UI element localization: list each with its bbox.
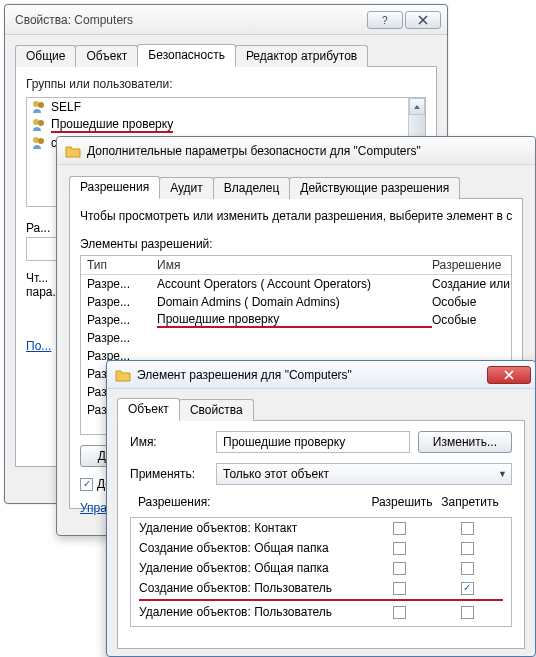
users-icon xyxy=(31,135,47,151)
change-button[interactable]: Изменить... xyxy=(418,431,512,453)
perm-row: Удаление объектов: Пользователь xyxy=(131,602,511,622)
tab-security[interactable]: Безопасность xyxy=(137,44,236,67)
close-button[interactable] xyxy=(405,11,441,29)
deny-checkbox[interactable] xyxy=(461,626,474,628)
svg-point-1 xyxy=(33,101,39,107)
allow-checkbox[interactable] xyxy=(393,522,406,535)
deny-checkbox[interactable] xyxy=(461,562,474,575)
tab-owner[interactable]: Владелец xyxy=(213,177,291,199)
users-icon xyxy=(31,99,47,115)
window-title: Свойства: Computers xyxy=(15,13,365,27)
deny-checkbox[interactable] xyxy=(461,582,474,595)
deny-checkbox[interactable] xyxy=(461,522,474,535)
col-name: Имя xyxy=(157,258,432,272)
list-item-label: SELF xyxy=(51,100,81,114)
tab-body: Имя: Прошедшие проверку Изменить... Прим… xyxy=(117,421,525,649)
allow-checkbox[interactable] xyxy=(393,582,406,595)
include-inheritable-checkbox[interactable] xyxy=(80,478,93,491)
col-allow: Разрешить xyxy=(368,495,436,509)
elements-label: Элементы разрешений: xyxy=(80,237,512,251)
list-header: Тип Имя Разрешение xyxy=(81,256,511,275)
apply-combo[interactable]: Только этот объект ▼ xyxy=(216,463,512,485)
tab-object[interactable]: Объект xyxy=(117,398,180,421)
chevron-down-icon: ▼ xyxy=(498,469,507,479)
col-permission: Разрешение xyxy=(432,258,512,272)
svg-text:?: ? xyxy=(382,15,388,25)
list-row[interactable]: Разре... xyxy=(81,329,511,347)
titlebar[interactable]: Дополнительные параметры безопасности дл… xyxy=(57,137,535,165)
svg-point-2 xyxy=(38,102,44,108)
users-icon xyxy=(31,117,47,133)
list-item[interactable]: SELF xyxy=(27,98,425,116)
tab-effective[interactable]: Действующие разрешения xyxy=(289,177,460,199)
perm-row: Удаление объектов: Общая папка xyxy=(131,558,511,578)
tab-general[interactable]: Общие xyxy=(15,45,76,67)
tab-row: Общие Объект Безопасность Редактор атриб… xyxy=(15,43,437,67)
help-button[interactable]: ? xyxy=(367,11,403,29)
allow-checkbox[interactable] xyxy=(393,562,406,575)
col-deny: Запретить xyxy=(436,495,504,509)
list-row[interactable]: Разре... Domain Admins ( Domain Admins) … xyxy=(81,293,511,311)
apply-label: Применять: xyxy=(130,467,216,481)
perm-row: Создание объектов: Принтер xyxy=(131,622,511,627)
tab-audit[interactable]: Аудит xyxy=(159,177,214,199)
perm-row: Создание объектов: Пользователь xyxy=(131,578,511,598)
deny-checkbox[interactable] xyxy=(461,606,474,619)
allow-checkbox[interactable] xyxy=(393,626,406,628)
name-label: Имя: xyxy=(130,435,216,449)
list-item-label: Прошедшие проверку xyxy=(51,117,173,133)
list-item[interactable]: Прошедшие проверку xyxy=(27,116,425,134)
tab-row: Объект Свойства xyxy=(117,397,525,421)
col-type: Тип xyxy=(87,258,157,272)
svg-point-4 xyxy=(38,120,44,126)
perm-row: Удаление объектов: Контакт xyxy=(131,518,511,538)
tab-attribute-editor[interactable]: Редактор атрибутов xyxy=(235,45,368,67)
groups-label: Группы или пользователи: xyxy=(26,77,426,91)
name-field: Прошедшие проверку xyxy=(216,431,410,453)
allow-checkbox[interactable] xyxy=(393,542,406,555)
svg-point-3 xyxy=(33,119,39,125)
scroll-up-button[interactable] xyxy=(409,98,425,115)
list-row[interactable]: Разре... Account Operators ( Account Ope… xyxy=(81,275,511,293)
perm-row: Создание объектов: Общая папка xyxy=(131,538,511,558)
window-title: Дополнительные параметры безопасности дл… xyxy=(87,144,421,158)
permissions-list[interactable]: Удаление объектов: Контакт Создание объе… xyxy=(130,517,512,627)
permission-entry-window: Элемент разрешения для "Computers" Объек… xyxy=(106,360,536,657)
titlebar[interactable]: Свойства: Computers ? xyxy=(5,5,447,35)
svg-point-5 xyxy=(33,137,39,143)
permissions-label: Разрешения: xyxy=(138,495,368,509)
folder-icon xyxy=(115,367,131,383)
close-button[interactable] xyxy=(487,366,531,384)
list-row[interactable]: Разре... Прошедшие проверку Особые xyxy=(81,311,511,329)
folder-icon xyxy=(65,143,81,159)
svg-point-6 xyxy=(38,138,44,144)
window-title: Элемент разрешения для "Computers" xyxy=(137,368,487,382)
highlight-rule xyxy=(139,599,503,601)
deny-checkbox[interactable] xyxy=(461,542,474,555)
tab-object[interactable]: Объект xyxy=(75,45,138,67)
tab-row: Разрешения Аудит Владелец Действующие ра… xyxy=(69,175,523,199)
tab-permissions[interactable]: Разрешения xyxy=(69,176,160,199)
instruction-text: Чтобы просмотреть или изменить детали ра… xyxy=(80,209,512,223)
allow-checkbox[interactable] xyxy=(393,606,406,619)
titlebar[interactable]: Элемент разрешения для "Computers" xyxy=(107,361,535,389)
tab-properties[interactable]: Свойства xyxy=(179,399,254,421)
